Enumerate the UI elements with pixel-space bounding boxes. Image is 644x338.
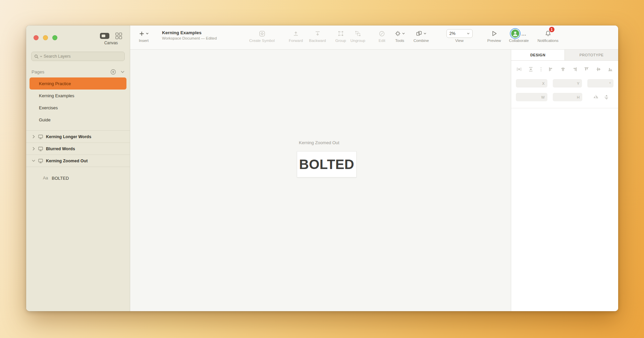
canvas-toggle-label: Canvas [104,41,118,45]
minimize-window-button[interactable] [43,35,48,40]
artboard-text-bolted[interactable]: BOLTED [299,157,354,172]
document-title-block[interactable]: Kerning Examples Workspace Document — Ed… [162,29,234,40]
artboard-label: Blurred Words [46,147,75,151]
page-item-kerning-practice[interactable]: Kerning Practice [30,77,126,90]
artboard-icon [38,146,43,151]
sketch-window: Canvas Pages Kerning Pr [26,25,618,311]
close-window-button[interactable] [34,35,39,40]
group-icon [338,31,344,37]
y-position-input[interactable]: Y [553,79,582,88]
page-item-kerning-examples[interactable]: Kerning Examples [26,90,130,102]
artboard-label: Kerning Zoomed Out [46,159,88,163]
artboard-icon [38,134,43,139]
edit-button[interactable]: Edit [379,29,385,43]
artboard-kerning-zoomed-out[interactable]: BOLTED [297,151,357,177]
artboard-label: Kerning Longer Words [46,134,91,139]
page-label: Kerning Examples [39,93,74,98]
ungroup-button[interactable]: Ungroup [351,29,365,43]
page-item-guide[interactable]: Guide [26,114,130,126]
pages-header: Pages [32,69,124,75]
tab-prototype[interactable]: PROTOTYPE [565,50,618,60]
send-backward-icon [315,31,321,37]
align-middle-vertical-icon[interactable] [596,67,601,72]
canvas-view-icon[interactable] [100,33,110,39]
tab-design[interactable]: DESIGN [511,50,565,60]
tools-button[interactable]: Tools [395,29,405,43]
search-layers-input[interactable] [44,54,122,59]
fullscreen-window-button[interactable] [52,35,57,40]
add-page-icon[interactable] [110,69,116,75]
text-layer-item-bolted[interactable]: Aa BOLTED [26,172,130,184]
artboard-item-kerning-zoomed-out[interactable]: Kerning Zoomed Out [26,155,130,167]
collaborate-more-icon[interactable]: … [521,31,527,37]
canvas-area[interactable]: Kerning Zoomed Out BOLTED [130,50,511,311]
page-label: Kerning Practice [39,81,71,86]
rotation-input[interactable]: ° [587,79,613,88]
chevron-down-icon [424,33,426,35]
components-view-icon[interactable] [115,32,122,40]
toolbar: Insert Kerning Examples Workspace Docume… [130,25,618,50]
alignment-options-dots-icon [540,67,542,72]
sidebar-titlebar: Canvas [26,25,130,50]
height-input[interactable]: H [553,93,582,101]
align-left-icon[interactable] [548,67,553,72]
group-button[interactable]: Group [335,29,346,43]
ungroup-icon [355,31,361,37]
collaborate-button[interactable]: … Collaborate [509,29,529,43]
page-list: Kerning Practice Kerning Examples Exerci… [26,77,130,126]
view-mode-toggle: Canvas [100,30,122,45]
combine-button[interactable]: Combine [414,29,429,43]
position-fields: X Y ° [511,79,618,88]
bring-forward-icon [293,31,299,37]
notifications-button[interactable]: 1 Notifications [537,29,558,43]
inspector-tabs: DESIGN PROTOTYPE [511,50,618,61]
edit-pencil-icon [379,31,385,37]
create-symbol-icon [259,31,265,37]
distribute-vertical-icon[interactable] [528,67,533,72]
width-input[interactable]: W [516,93,547,101]
artboard-title[interactable]: Kerning Zoomed Out [299,140,339,145]
document-subtitle: Workspace Document — Edited [162,36,234,40]
preview-button[interactable]: Preview [487,29,501,43]
align-bottom-icon[interactable] [608,67,613,72]
zoom-level-value: 2% [449,31,455,36]
artboard-item-kerning-longer-words[interactable]: Kerning Longer Words [26,130,130,143]
artboard-icon [38,158,43,163]
flip-horizontal-icon[interactable] [593,95,598,100]
alignment-toolbar [511,67,618,72]
align-right-icon[interactable] [572,67,577,72]
artboard-item-blurred-words[interactable]: Blurred Words [26,143,130,155]
chevron-down-icon [467,33,470,35]
text-layer-label: BOLTED [52,176,69,181]
insert-button[interactable]: Insert [139,29,149,43]
chevron-right-icon[interactable] [32,147,35,151]
backward-button[interactable]: Backward [309,29,326,43]
collaborator-avatar[interactable] [511,30,519,38]
tools-icon [395,31,401,37]
left-sidebar: Canvas Pages Kerning Pr [26,25,130,311]
align-center-horizontal-icon[interactable] [560,67,566,72]
document-title: Kerning Examples [162,30,234,35]
align-top-icon[interactable] [584,67,589,72]
view-zoom-control: 2% View [446,29,473,43]
page-label: Exercises [39,105,58,110]
chevron-down-icon[interactable] [32,160,35,162]
chevron-down-icon [146,33,149,35]
chevron-right-icon[interactable] [32,135,35,138]
text-layer-icon: Aa [43,176,48,180]
collapse-pages-chevron-icon[interactable] [121,71,124,73]
search-icon [34,54,39,59]
inspector-panel: DESIGN PROTOTYPE X Y ° W H [511,50,618,311]
plus-icon [139,31,145,37]
forward-button[interactable]: Forward [289,29,303,43]
page-label: Guide [39,117,51,122]
page-item-exercises[interactable]: Exercises [26,102,130,114]
search-scope-chevron-icon[interactable] [40,56,42,57]
notification-badge: 1 [549,27,554,32]
zoom-level-dropdown[interactable]: 2% [446,29,473,38]
combine-shapes-icon [416,31,422,37]
x-position-input[interactable]: X [516,79,547,88]
create-symbol-button[interactable]: Create Symbol [249,29,275,43]
flip-vertical-icon[interactable] [604,95,609,100]
distribute-horizontal-icon[interactable] [517,67,522,72]
